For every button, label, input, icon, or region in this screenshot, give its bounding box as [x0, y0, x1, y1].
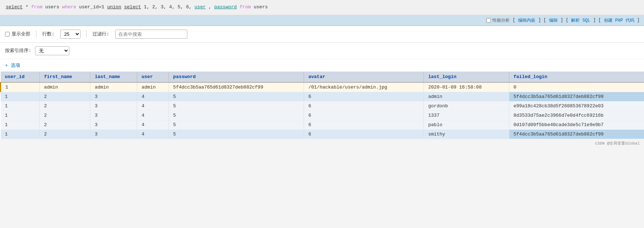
col-first-name: first_name	[39, 72, 90, 82]
cell-user_id: 1	[1, 92, 40, 101]
cell-first_name: admin	[39, 82, 90, 92]
sql-from-keyword-2: from	[240, 4, 251, 10]
toolbar-separator-5: ]	[637, 18, 640, 23]
cell-avatar: /01/hackable/users/admin.jpg	[304, 82, 424, 92]
sql-table-2: users	[254, 4, 268, 10]
cell-last_login: admin	[424, 92, 509, 101]
table-body: 1adminadminadmin5f4dcc3b5aa765d61d8327de…	[1, 82, 644, 139]
toolbar-separator-4: ] [	[593, 18, 601, 23]
table-row: 12345613378d3533d75ae2c3966d7e0d4fcc6921…	[1, 111, 644, 120]
cell-last_login: 2020-01-09 16:58:08	[424, 82, 509, 92]
cell-avatar: 6	[304, 92, 424, 101]
cell-password: 5	[169, 101, 304, 111]
table-row: 123456smithy5f4dcc3b5aa765d61d8327deb882…	[1, 129, 644, 139]
sql-star: *	[26, 4, 31, 10]
cell-password: 5f4dcc3b5aa765d61d8327deb882cf99	[169, 82, 304, 92]
cell-avatar: 6	[304, 101, 424, 111]
perf-checkbox-label[interactable]: 性能分析	[486, 17, 510, 23]
table-row: 1adminadminadmin5f4dcc3b5aa765d61d8327de…	[1, 82, 644, 92]
cell-user_id: 1	[1, 101, 40, 111]
cell-last_name: 3	[90, 120, 137, 129]
cell-first_name: 2	[39, 101, 90, 111]
rows-label: 行数:	[42, 31, 55, 37]
cell-password: 5	[169, 129, 304, 139]
toolbar-separator-2: ] [	[538, 18, 546, 23]
sql-condition: user_id=1	[79, 4, 107, 10]
table-header-row: user_id first_name last_name user passwo…	[1, 72, 644, 82]
cell-avatar: 6	[304, 111, 424, 120]
toolbar-bar: 性能分析 [ 编辑内嵌 ] [ 编辑 ] [ 解析 SQL ] [ 创建 PHP…	[0, 15, 644, 26]
parse-sql-link[interactable]: 解析 SQL	[571, 17, 590, 23]
cell-failed_login: 5f4dcc3b5aa765d61d8327deb882cf99	[509, 129, 644, 139]
col-last-name: last_name	[90, 72, 137, 82]
sql-from-1: from	[31, 4, 42, 10]
cell-user: 4	[137, 92, 169, 101]
footer: CSDN @全局变量Global	[0, 139, 644, 147]
cell-last_name: 3	[90, 101, 137, 111]
cell-avatar: 6	[304, 120, 424, 129]
cell-first_name: 2	[39, 111, 90, 120]
index-sort-select[interactable]: 无 user_id first_name last_name	[35, 46, 69, 55]
index-sort-label: 按索引排序:	[5, 47, 31, 54]
cell-user_id: 1	[1, 129, 40, 139]
cell-last_name: 3	[90, 92, 137, 101]
perf-checkbox[interactable]	[486, 18, 491, 23]
filter-input[interactable]	[115, 30, 187, 39]
table-row: 123456gordonbe99a18c428cb38d5f2608536789…	[1, 101, 644, 111]
controls-bar: 显示全部 行数: 25 50 100 250 500 过滤行:	[0, 26, 644, 43]
create-php-link[interactable]: 创建 PHP 代码	[604, 17, 634, 23]
cell-last_name: 3	[90, 129, 137, 139]
col-failed-login: failed_login	[509, 72, 644, 82]
filter-label: 过滤行:	[92, 31, 109, 37]
cell-first_name: 2	[39, 129, 90, 139]
show-all-label[interactable]: 显示全部	[5, 31, 30, 37]
show-all-checkbox[interactable]	[5, 32, 10, 36]
cell-failed_login: 0d107d09f5bbe40cade3de5c71e9e9b7	[509, 120, 644, 129]
col-password: password	[169, 72, 304, 82]
col-user: user	[137, 72, 169, 82]
cell-failed_login: 8d3533d75ae2c3966d7e0d4fcc69216b	[509, 111, 644, 120]
table-row: 123456admin5f4dcc3b5aa765d61d8327deb882c…	[1, 92, 644, 101]
cell-last_login: smithy	[424, 129, 509, 139]
sql-select-2: select	[124, 4, 141, 10]
show-all-text: 显示全部	[12, 31, 30, 37]
edit-inline-link[interactable]: 编辑内嵌	[518, 17, 535, 23]
separator-1	[36, 30, 36, 38]
sql-where: where	[62, 4, 76, 10]
cell-first_name: 2	[39, 120, 90, 129]
cell-password: 5	[169, 120, 304, 129]
col-avatar: avatar	[304, 72, 424, 82]
cell-user: admin	[137, 82, 169, 92]
toolbar-separator-1: [	[513, 18, 515, 23]
data-table: user_id first_name last_name user passwo…	[0, 72, 644, 139]
cell-user: 4	[137, 111, 169, 120]
col-last-login: last_login	[424, 72, 509, 82]
cell-last_name: 3	[90, 111, 137, 120]
sql-union: union	[107, 4, 121, 10]
table-header: user_id first_name last_name user passwo…	[1, 72, 644, 82]
cell-user: 4	[137, 129, 169, 139]
sql-table-1: users	[45, 4, 62, 10]
cell-user_id: 1	[1, 82, 40, 92]
rows-label-text: 行数:	[42, 31, 55, 37]
toolbar-separator-3: ] [	[561, 18, 569, 23]
options-bar: + 选项	[0, 59, 644, 72]
sql-select-1: select	[6, 4, 23, 10]
perf-label: 性能分析	[492, 17, 510, 23]
table-row: 123456pablo0d107d09f5bbe40cade3de5c71e9e…	[1, 120, 644, 129]
cell-user: 4	[137, 101, 169, 111]
edit-link[interactable]: 编辑	[549, 17, 558, 23]
cell-failed_login: 0	[509, 82, 644, 92]
sql-col-password: password	[214, 4, 236, 10]
options-link[interactable]: + 选项	[5, 63, 20, 68]
cell-failed_login: 5f4dcc3b5aa765d61d8327deb882cf99	[509, 92, 644, 101]
cell-password: 5	[169, 92, 304, 101]
rows-select[interactable]: 25 50 100 250 500	[60, 30, 80, 39]
separator-2	[86, 30, 87, 38]
cell-first_name: 2	[39, 92, 90, 101]
cell-last_login: gordonb	[424, 101, 509, 111]
sql-comma: ,	[209, 4, 212, 10]
data-table-container: user_id first_name last_name user passwo…	[0, 72, 644, 139]
cell-failed_login: e99a18c428cb38d5f260853678922e03	[509, 101, 644, 111]
footer-text: CSDN @全局变量Global	[595, 141, 640, 146]
